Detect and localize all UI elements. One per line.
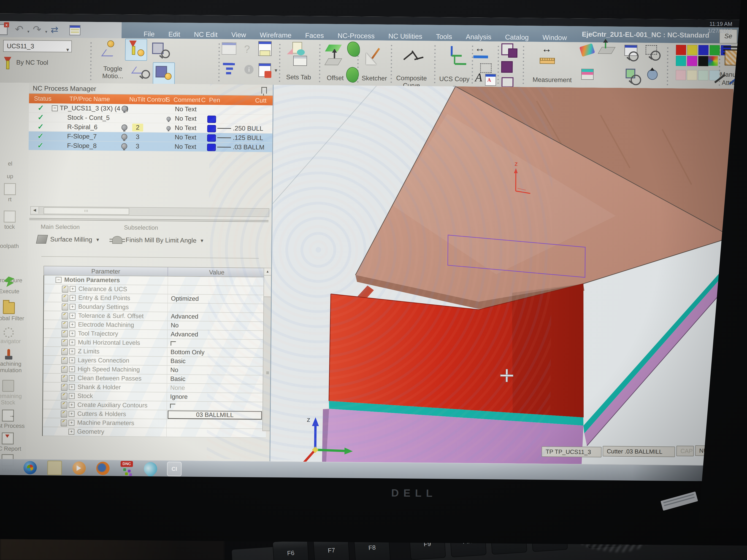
color-picker-icon[interactable] xyxy=(708,56,718,65)
subselection-dropdown-icon[interactable]: ▼ xyxy=(200,238,204,243)
parameter-value[interactable] xyxy=(170,401,175,410)
sketcher-icon[interactable] xyxy=(365,46,388,71)
parameter-expand-icon[interactable]: + xyxy=(69,330,75,337)
swap-icon[interactable]: ⇄ xyxy=(51,24,62,35)
process-column-header[interactable]: TP/Proc Name xyxy=(63,94,116,104)
process-column-header[interactable]: Cutt xyxy=(251,96,271,105)
scroll-left-icon[interactable]: ◀ xyxy=(31,207,39,213)
parameter-value[interactable]: Advanced xyxy=(171,312,198,321)
parameter-expand-icon[interactable]: + xyxy=(70,295,76,301)
parameter-expand-icon[interactable]: + xyxy=(69,420,74,426)
draft-check-icon[interactable] xyxy=(600,47,614,54)
taskbar-icon[interactable] xyxy=(96,462,110,475)
main-selection-dropdown-icon[interactable]: ▼ xyxy=(96,237,100,242)
menu-item[interactable]: Tools xyxy=(429,33,459,41)
menu-item[interactable]: NC Edit xyxy=(187,30,225,38)
menu-item[interactable]: NC-Process xyxy=(331,32,382,40)
ucs-dropdown-icon[interactable]: ▼ xyxy=(66,44,70,56)
scrollbar-thumb[interactable]: III xyxy=(44,207,129,215)
measurement-icon[interactable]: ↔ xyxy=(540,44,561,70)
solid-cube2-icon[interactable] xyxy=(501,61,513,73)
scroll-up-icon[interactable]: ▲ xyxy=(264,268,271,275)
parameter-expand-icon[interactable]: + xyxy=(69,357,75,363)
taskbar-icon[interactable] xyxy=(47,460,62,475)
toggle-toolpath-button[interactable] xyxy=(100,39,122,61)
parameter-expand-icon[interactable]: + xyxy=(69,411,75,417)
parameter-expand-icon[interactable]: − xyxy=(56,277,61,283)
process-column-header[interactable]: Status xyxy=(32,94,53,104)
surface-analysis-icon[interactable] xyxy=(579,43,595,57)
parameter-value[interactable]: Ignore xyxy=(170,393,188,401)
model-canvas[interactable]: z xyxy=(270,85,733,465)
menu-item[interactable]: File xyxy=(137,30,161,38)
sidebar-item[interactable]: NC Report xyxy=(0,432,26,452)
color-swatch[interactable] xyxy=(687,56,697,66)
process-column-header[interactable]: NuTilt Control xyxy=(125,95,171,105)
color-swatch[interactable] xyxy=(698,45,709,55)
taskbar-icon[interactable]: CI xyxy=(168,462,181,476)
splitter-grip-icon[interactable]: ≡ xyxy=(266,369,269,376)
sidebar-item[interactable]: up xyxy=(0,161,28,179)
process-column-header[interactable]: C xyxy=(200,95,207,105)
redo-icon[interactable]: ↷▼ xyxy=(33,24,45,35)
parameter-expand-icon[interactable]: + xyxy=(69,375,75,381)
parameter-value[interactable]: Advanced xyxy=(171,330,198,339)
system-tray-clock[interactable]: 11:19 AM 1/27/2017 xyxy=(708,20,732,34)
undo-dropdown-icon[interactable]: ▼ xyxy=(27,29,30,33)
parameter-value[interactable]: Bottom Only xyxy=(171,348,205,357)
wire-cube2-icon[interactable] xyxy=(501,77,513,87)
color-swatch[interactable] xyxy=(687,45,697,55)
process-column-header[interactable]: S xyxy=(164,95,172,105)
pin-icon[interactable] xyxy=(261,87,267,94)
vscrollbar-thumb[interactable] xyxy=(264,275,271,297)
color-swatch-pale[interactable] xyxy=(676,70,686,80)
menu-item[interactable]: NC Utilities xyxy=(382,32,429,41)
color-swatch[interactable] xyxy=(710,45,720,55)
parameter-expand-icon[interactable]: + xyxy=(69,366,75,372)
color-swatch[interactable] xyxy=(698,56,708,66)
subselection-value[interactable]: Finish Mill By Limit Angle xyxy=(126,236,197,244)
parameter-column-header[interactable]: Parameter xyxy=(44,266,168,276)
taskbar-icon[interactable]: DNC xyxy=(120,462,133,475)
parameter-value[interactable]: Basic xyxy=(171,357,186,366)
parameter-expand-icon[interactable]: + xyxy=(69,393,75,399)
undo-icon[interactable]: ↶▼ xyxy=(15,23,27,35)
sidebar-item[interactable]: Remaining Stock xyxy=(0,380,27,406)
ucs-copy-icon[interactable] xyxy=(445,46,468,69)
parameter-value[interactable]: Optimized xyxy=(171,294,199,303)
list-window-icon[interactable] xyxy=(69,24,80,36)
menu-item[interactable]: Analysis xyxy=(459,33,498,41)
parameter-expand-icon[interactable]: + xyxy=(69,402,75,408)
menu-item[interactable]: View xyxy=(224,31,253,39)
sidebar-item[interactable]: oolpath xyxy=(0,231,28,249)
composite-curve-icon[interactable] xyxy=(402,49,423,67)
text-tool-icon[interactable]: A xyxy=(475,71,482,84)
cube-magnifier-button[interactable] xyxy=(150,40,172,61)
parameter-value[interactable]: Basic xyxy=(170,375,185,383)
pen-color-swatch[interactable] xyxy=(207,125,216,132)
toolpath-magnifier-button[interactable] xyxy=(132,63,151,81)
tree-view-icon[interactable] xyxy=(223,63,237,78)
taskbar-icon[interactable] xyxy=(72,461,86,475)
parameter-row[interactable]: + Geometry xyxy=(43,427,266,438)
parameter-value[interactable]: None xyxy=(170,383,185,392)
sidebar-item[interactable]: tock xyxy=(0,210,28,230)
process-row[interactable]: ✓ − F-Slope_8 3 No Text .03 BALLM xyxy=(29,141,272,152)
3d-viewport[interactable]: z xyxy=(269,85,733,465)
taskbar-icon[interactable] xyxy=(23,461,37,475)
sets-tab-icon[interactable] xyxy=(287,42,312,70)
ucs-combobox[interactable]: UCS11_3 ▼ xyxy=(3,40,72,52)
menu-item[interactable]: Edit xyxy=(161,30,187,38)
color-swatch-pale[interactable] xyxy=(687,70,697,80)
value-column-header[interactable]: Value xyxy=(168,267,266,277)
solid-cube-icon[interactable] xyxy=(508,49,517,58)
parameter-expand-icon[interactable]: + xyxy=(69,429,74,435)
process-column-header[interactable]: Pen xyxy=(207,95,222,105)
text-attributes-icon[interactable]: A xyxy=(485,74,496,86)
menu-item[interactable]: Faces xyxy=(298,32,331,39)
zoom-window-icon[interactable] xyxy=(624,45,644,65)
color-swatch-pale[interactable] xyxy=(698,70,708,80)
menu-item[interactable]: Catalog xyxy=(498,33,536,41)
zoom-cube-icon[interactable] xyxy=(625,68,645,87)
color-swatch[interactable] xyxy=(676,56,686,66)
